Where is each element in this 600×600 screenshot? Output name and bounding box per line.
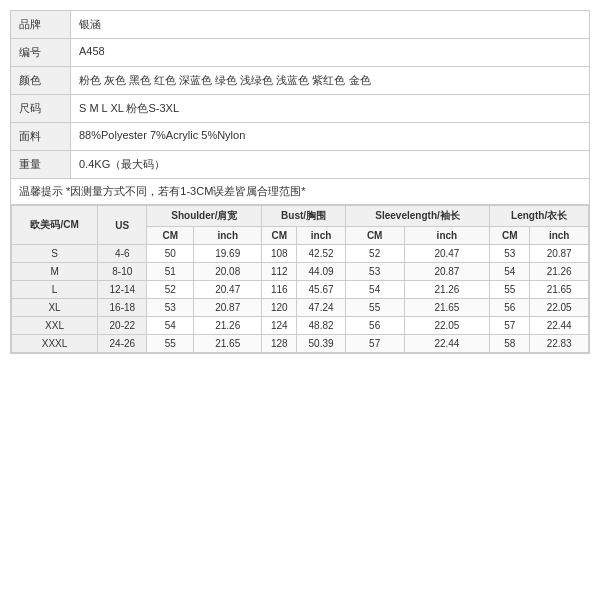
material-value: 88%Polyester 7%Acrylic 5%Nylon xyxy=(71,123,589,150)
brand-label: 品牌 xyxy=(11,11,71,38)
col-header-length: Length/衣长 xyxy=(490,206,589,227)
brand-row: 品牌 银涵 xyxy=(11,11,589,39)
table-cell: 8-10 xyxy=(98,263,147,281)
table-cell: 16-18 xyxy=(98,299,147,317)
table-cell: 52 xyxy=(147,281,194,299)
table-cell: 51 xyxy=(147,263,194,281)
table-cell: 22.44 xyxy=(530,317,589,335)
table-cell: 56 xyxy=(490,299,530,317)
color-value: 粉色 灰色 黑色 红色 深蓝色 绿色 浅绿色 浅蓝色 紫红色 金色 xyxy=(71,67,589,94)
code-label: 编号 xyxy=(11,39,71,66)
table-cell: 58 xyxy=(490,335,530,353)
color-label: 颜色 xyxy=(11,67,71,94)
table-cell: 21.26 xyxy=(194,317,262,335)
table-cell: 53 xyxy=(345,263,404,281)
col-header-shoulder: Shoulder/肩宽 xyxy=(147,206,262,227)
table-cell: 54 xyxy=(147,317,194,335)
table-cell: 55 xyxy=(147,335,194,353)
subheader-sh-cm: CM xyxy=(147,227,194,245)
table-cell: 21.65 xyxy=(530,281,589,299)
table-cell: 21.26 xyxy=(404,281,490,299)
weight-label: 重量 xyxy=(11,151,71,178)
warning-row: 温馨提示 *因测量方式不同，若有1-3CM误差皆属合理范围* xyxy=(11,179,589,205)
size-value: S M L XL 粉色S-3XL xyxy=(71,95,589,122)
size-table: 欧美码/CM US Shoulder/肩宽 Bust/胸围 Sleeveleng… xyxy=(11,205,589,353)
table-cell: 20.47 xyxy=(194,281,262,299)
table-cell: 22.05 xyxy=(530,299,589,317)
table-cell: 112 xyxy=(262,263,297,281)
info-section: 品牌 银涵 编号 A458 颜色 粉色 灰色 黑色 红色 深蓝色 绿色 浅绿色 … xyxy=(11,11,589,205)
table-row: M8-105120.0811244.095320.875421.26 xyxy=(12,263,589,281)
table-row: S4-65019.6910842.525220.475320.87 xyxy=(12,245,589,263)
material-row: 面料 88%Polyester 7%Acrylic 5%Nylon xyxy=(11,123,589,151)
warning-value: *因测量方式不同，若有1-3CM误差皆属合理范围* xyxy=(66,185,306,197)
table-cell: 12-14 xyxy=(98,281,147,299)
subheader-len-cm: CM xyxy=(490,227,530,245)
size-row: 尺码 S M L XL 粉色S-3XL xyxy=(11,95,589,123)
table-cell: 50.39 xyxy=(297,335,345,353)
table-cell: 108 xyxy=(262,245,297,263)
table-row: XXL20-225421.2612448.825622.055722.44 xyxy=(12,317,589,335)
table-cell: 21.65 xyxy=(194,335,262,353)
table-cell: 48.82 xyxy=(297,317,345,335)
table-cell: 19.69 xyxy=(194,245,262,263)
table-cell: 20-22 xyxy=(98,317,147,335)
table-cell: 55 xyxy=(345,299,404,317)
size-label: 尺码 xyxy=(11,95,71,122)
table-cell: XXL xyxy=(12,317,98,335)
weight-value: 0.4KG（最大码） xyxy=(71,151,589,178)
table-cell: XL xyxy=(12,299,98,317)
table-cell: XXXL xyxy=(12,335,98,353)
col-header-bust: Bust/胸围 xyxy=(262,206,346,227)
table-cell: 20.87 xyxy=(404,263,490,281)
table-body: S4-65019.6910842.525220.475320.87M8-1051… xyxy=(12,245,589,353)
table-row: XL16-185320.8712047.245521.655622.05 xyxy=(12,299,589,317)
subheader-len-in: inch xyxy=(530,227,589,245)
table-row: L12-145220.4711645.675421.265521.65 xyxy=(12,281,589,299)
table-cell: 20.08 xyxy=(194,263,262,281)
table-cell: 21.26 xyxy=(530,263,589,281)
table-cell: 22.44 xyxy=(404,335,490,353)
table-cell: 45.67 xyxy=(297,281,345,299)
table-cell: L xyxy=(12,281,98,299)
table-cell: 53 xyxy=(490,245,530,263)
table-cell: 20.47 xyxy=(404,245,490,263)
table-cell: M xyxy=(12,263,98,281)
color-row: 颜色 粉色 灰色 黑色 红色 深蓝色 绿色 浅绿色 浅蓝色 紫红色 金色 xyxy=(11,67,589,95)
table-cell: 20.87 xyxy=(530,245,589,263)
col-header-size: 欧美码/CM xyxy=(12,206,98,245)
code-value: A458 xyxy=(71,39,589,66)
table-cell: 124 xyxy=(262,317,297,335)
table-cell: 55 xyxy=(490,281,530,299)
warning-label: 温馨提示 xyxy=(19,185,63,197)
table-cell: 57 xyxy=(345,335,404,353)
table-cell: 54 xyxy=(345,281,404,299)
table-cell: 57 xyxy=(490,317,530,335)
table-cell: 120 xyxy=(262,299,297,317)
code-row: 编号 A458 xyxy=(11,39,589,67)
table-cell: 4-6 xyxy=(98,245,147,263)
subheader-bust-cm: CM xyxy=(262,227,297,245)
table-cell: 53 xyxy=(147,299,194,317)
subheader-sh-in: inch xyxy=(194,227,262,245)
table-cell: 24-26 xyxy=(98,335,147,353)
table-cell: 54 xyxy=(490,263,530,281)
product-info-container: 品牌 银涵 编号 A458 颜色 粉色 灰色 黑色 红色 深蓝色 绿色 浅绿色 … xyxy=(10,10,590,354)
subheader-bust-in: inch xyxy=(297,227,345,245)
table-cell: 128 xyxy=(262,335,297,353)
table-cell: 44.09 xyxy=(297,263,345,281)
table-cell: 21.65 xyxy=(404,299,490,317)
brand-value: 银涵 xyxy=(71,11,589,38)
table-cell: 56 xyxy=(345,317,404,335)
material-label: 面料 xyxy=(11,123,71,150)
table-cell: 42.52 xyxy=(297,245,345,263)
table-cell: S xyxy=(12,245,98,263)
table-row: XXXL24-265521.6512850.395722.445822.83 xyxy=(12,335,589,353)
table-cell: 47.24 xyxy=(297,299,345,317)
table-cell: 116 xyxy=(262,281,297,299)
table-cell: 22.83 xyxy=(530,335,589,353)
subheader-sl-in: inch xyxy=(404,227,490,245)
table-header-row1: 欧美码/CM US Shoulder/肩宽 Bust/胸围 Sleeveleng… xyxy=(12,206,589,227)
col-header-sleeve: Sleevelength/袖长 xyxy=(345,206,489,227)
subheader-sl-cm: CM xyxy=(345,227,404,245)
